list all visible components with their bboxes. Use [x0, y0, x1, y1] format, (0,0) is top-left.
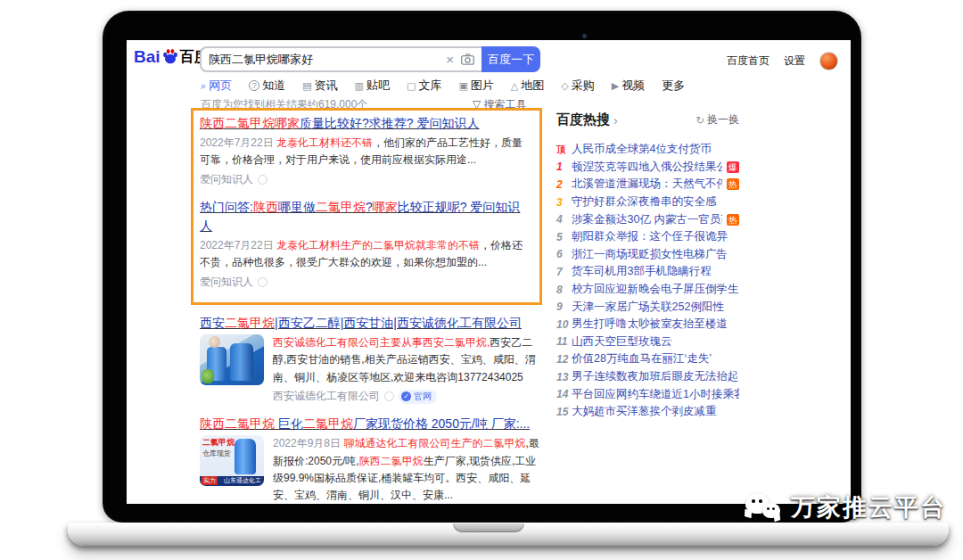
camera-icon[interactable] — [461, 54, 474, 65]
link-baidu-home[interactable]: 百度首页 — [727, 54, 770, 69]
hotsearch-item: 4涉案金额达30亿 内蒙古一官员获死刑热 — [556, 210, 739, 228]
tab-视频[interactable]: ▶视频 — [612, 78, 645, 94]
thumb-tag: 实力 — [202, 476, 218, 485]
hotsearch-link[interactable]: 男生打呼噜太吵被室友抬至楼道 — [572, 317, 728, 332]
hotsearch-link[interactable]: 货车司机用3部手机隐瞒行程 — [572, 264, 712, 279]
text-segment: 龙泰化工材料还不错 — [276, 136, 373, 149]
hotsearch-link[interactable]: 顿涅茨克等四地入俄公投结果公布 — [572, 160, 722, 175]
tab-label: 地图 — [521, 78, 544, 94]
search-result: 西安二氯甲烷|西安乙二醇|西安甘油|西安诚德化工有限公司西安诚德化工有限公司主要… — [200, 314, 542, 404]
source-menu-icon[interactable] — [258, 175, 268, 185]
result-source-name: 西安诚德化工有限公司 — [273, 389, 380, 404]
result-title-link[interactable]: 热门问答:陕西哪里做二氯甲烷?哪家比较正规呢? 爱问知识人 — [200, 198, 532, 235]
hotsearch-link[interactable]: 人民币成全球第4位支付货币 — [572, 142, 712, 157]
video-icon: ▶ — [612, 81, 619, 91]
tab-label: 知道 — [262, 78, 285, 94]
hotsearch-link[interactable]: 山西天空巨型玫瑰云 — [572, 334, 672, 350]
tab-地图[interactable]: △地图 — [511, 78, 544, 94]
tab-label: 视频 — [621, 78, 645, 94]
clear-icon[interactable]: × — [446, 52, 454, 67]
hotsearch-link[interactable]: 大妈超市买洋葱挨个剥皮减重 — [572, 404, 717, 419]
hotsearch-item: 15大妈超市买洋葱挨个剥皮减重 — [556, 403, 739, 421]
text-segment: ? — [366, 200, 373, 214]
wechat-icon — [745, 490, 783, 524]
hotsearch-link[interactable]: 校方回应迎新晚会电子屏压倒学生 — [572, 282, 739, 297]
highlight-box: 陕西二氯甲烷哪家质量比较好?求推荐? 爱问知识人2022年7月22日 龙泰化工材… — [191, 108, 542, 305]
tab-更多[interactable]: 更多 — [662, 78, 685, 94]
text-segment: 龙泰化工材料生产的二氯甲烷就非常的不错 — [276, 239, 480, 251]
hotsearch-link[interactable]: 涉案金额达30亿 内蒙古一官员获死刑 — [572, 212, 722, 227]
hotsearch-item: 7货车司机用3部手机隐瞒行程 — [556, 263, 739, 281]
tab-网页[interactable]: ⌕网页 — [201, 78, 232, 94]
text-segment: |西安乙二醇|西安甘油|西安诚德化工有限公司 — [275, 316, 522, 330]
hot-badge: 热 — [727, 178, 740, 190]
result-snippet: 2022年7月22日 龙泰化工材料生产的二氯甲烷就非常的不错，价格还不贵，品种也… — [200, 237, 532, 272]
source-menu-icon[interactable] — [384, 391, 394, 401]
text-segment: 哪里做 — [278, 200, 316, 214]
hotsearch-link[interactable]: 天津一家居广场关联252例阳性 — [572, 300, 724, 315]
result-text-column: 西安诚德化工有限公司主要从事西安二氯甲烷,西安乙二醇,西安甘油的销售,相关产品运… — [273, 334, 542, 404]
result-title-link[interactable]: 陕西二氯甲烷哪家质量比较好?求推荐? 爱问知识人 — [200, 114, 479, 133]
text-segment: 二氯甲烷 — [225, 316, 275, 330]
chevron-right-icon: › — [613, 113, 618, 128]
tab-知道[interactable]: ?知道 — [249, 78, 285, 94]
tab-贴吧[interactable]: ▥贴吧 — [355, 78, 390, 94]
tab-图片[interactable]: ▣图片 — [458, 78, 493, 94]
link-settings[interactable]: 设置 — [784, 54, 805, 69]
search-result: 陕西二氯甲烷 巨化二氯甲烷厂家现货价格 2050元/吨 厂家:...二氯甲烷仓库… — [200, 415, 542, 504]
hotsearch-link[interactable]: 朝阳群众举报：这个侄子很诡异 — [572, 229, 728, 244]
image-icon: ▣ — [458, 81, 467, 91]
tab-label: 图片 — [471, 78, 494, 94]
hotsearch-link[interactable]: 价值28万纯血马在丽江‘走失’ — [572, 351, 712, 366]
result-text-column: 2022年9月8日 聊城通达化工有限公司生产的二氯甲烷,最新报价:2050元/吨… — [273, 435, 542, 504]
hotsearch-header[interactable]: 百度热搜 › — [556, 111, 618, 128]
purchase-icon: ◇ — [561, 81, 568, 91]
tab-采购[interactable]: ◇采购 — [561, 78, 594, 94]
result-title-link[interactable]: 陕西二氯甲烷 巨化二氯甲烷厂家现货价格 2050元/吨 厂家:... — [200, 415, 530, 433]
result-type-tabs: ⌕网页?知道▤资讯▥贴吧▢文库▣图片△地图◇采购▶视频更多 — [201, 78, 685, 94]
text-segment: 质量比较好?求推荐? 爱问知识人 — [300, 116, 479, 130]
baidu-logo[interactable]: Bai 百度 — [134, 47, 209, 65]
search-input[interactable]: 陕西二氯甲烷哪家好 × — [200, 46, 482, 72]
result-source: 爱问知识人 — [200, 172, 532, 187]
result-source: 西安诚德化工有限公司✓官网 — [273, 389, 542, 404]
hotsearch-item: 12价值28万纯血马在丽江‘走失’ — [556, 350, 739, 368]
result-source: 爱问知识人 — [200, 275, 532, 290]
hotsearch-item: 11山西天空巨型玫瑰云 — [556, 334, 739, 351]
text-segment: 2022年9月8日 — [273, 437, 343, 449]
result-snippet: 2022年7月22日 龙泰化工材料还不错，他们家的产品工艺性好，质量可靠，价格合… — [200, 135, 532, 169]
hotsearch-rank: 4 — [556, 213, 572, 226]
hotsearch-link[interactable]: 守护好群众深夜撸串的安全感 — [572, 194, 717, 210]
result-source-name: 爱问知识人 — [200, 172, 253, 187]
user-avatar[interactable] — [819, 52, 838, 70]
text-segment: 哪家 — [373, 200, 398, 214]
hotsearch-rank: 13 — [556, 371, 572, 383]
text-segment: 陕西二氯甲烷哪家 — [200, 116, 300, 130]
baidu-paw-icon — [161, 47, 179, 65]
hotsearch-link[interactable]: 平台回应网约车绕道近1小时接乘客 — [572, 387, 739, 402]
text-segment: 西安 — [200, 316, 225, 330]
hotsearch-link[interactable]: 浙江一商场现贬损女性电梯广告 — [572, 247, 728, 262]
search-button[interactable]: 百度一下 — [482, 46, 540, 72]
text-segment: 厂家现货价格 2050元/吨 厂家:... — [353, 416, 530, 431]
baidu-logo-latin: Bai — [134, 48, 160, 65]
hotsearch-rank: 3 — [556, 196, 572, 209]
hotsearch-rank: 2 — [556, 178, 572, 191]
hotsearch-link[interactable]: 男子连续数夜加班后眼皮无法抬起 — [572, 369, 739, 384]
tab-文库[interactable]: ▢文库 — [407, 78, 441, 94]
laptop-base-notch — [453, 523, 524, 532]
results: 陕西二氯甲烷哪家质量比较好?求推荐? 爱问知识人2022年7月22日 龙泰化工材… — [200, 108, 542, 504]
thumb-stock-label: 仓库现货 — [202, 449, 231, 458]
text-segment: 2022年7月22日 — [200, 136, 276, 149]
text-segment: 巨化 — [275, 416, 303, 431]
refresh-button[interactable]: ↻ 换一换 — [696, 112, 739, 128]
result-thumbnail[interactable] — [200, 334, 264, 385]
hotsearch-item: 3守护好群众深夜撸串的安全感 — [556, 194, 739, 211]
hotsearch-link[interactable]: 北溪管道泄漏现场：天然气不停喷涌 — [572, 177, 722, 192]
result-thumbnail[interactable]: 二氯甲烷仓库现货山东通达化工实力 — [200, 435, 264, 486]
question-icon: ? — [249, 80, 259, 91]
tab-资讯[interactable]: ▤资讯 — [302, 78, 337, 94]
source-menu-icon[interactable] — [258, 277, 268, 287]
result-title-link[interactable]: 西安二氯甲烷|西安乙二醇|西安甘油|西安诚德化工有限公司 — [200, 314, 522, 333]
thumb-detail — [209, 336, 220, 348]
